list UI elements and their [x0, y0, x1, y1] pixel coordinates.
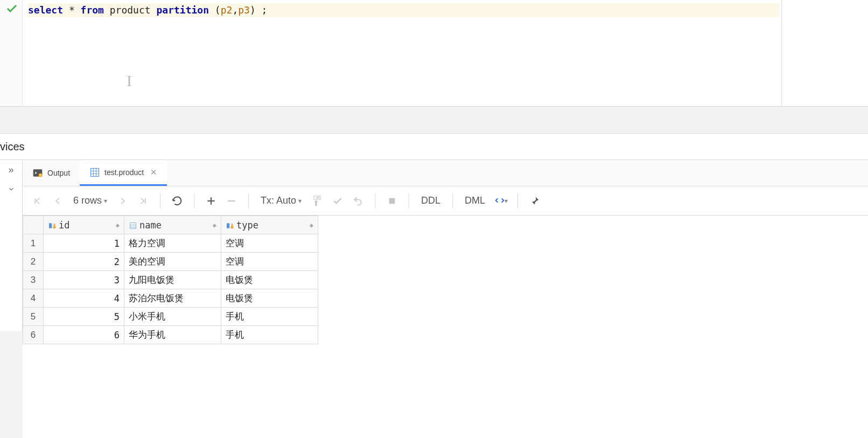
svg-rect-11	[130, 223, 136, 228]
primary-key-icon	[48, 220, 57, 231]
result-grid[interactable]: id ◆ name ◆	[23, 215, 318, 344]
close-icon[interactable]: ✕	[150, 168, 157, 177]
cell-id[interactable]: 2	[44, 253, 124, 271]
column-label: id	[59, 220, 69, 231]
svg-point-15	[230, 226, 233, 228]
table-icon	[89, 167, 100, 178]
svg-rect-2	[91, 168, 99, 176]
expand-right-icon[interactable]: »	[0, 160, 22, 180]
result-tabs: Output test.product ✕	[23, 159, 868, 186]
svg-rect-8	[49, 223, 52, 228]
pin-icon[interactable]	[526, 192, 544, 210]
text-caret-icon: I	[127, 73, 128, 91]
commit-icon[interactable]	[328, 192, 347, 210]
cell-id[interactable]: 1	[44, 234, 124, 253]
sort-icon: ◆	[213, 221, 216, 229]
tx-mode-label: Tx: Auto	[261, 195, 296, 206]
separator	[517, 193, 518, 208]
row-number: 5	[23, 308, 44, 326]
result-toolbar: 6 rows ▾ Tx: Auto ▾ DB⬆ DDL DML ▾	[23, 186, 868, 215]
separator	[194, 193, 194, 208]
tab-result[interactable]: test.product ✕	[80, 160, 167, 186]
column-icon	[129, 220, 137, 231]
stop-icon[interactable]	[383, 192, 401, 210]
cell-type[interactable]: 电饭煲	[221, 271, 318, 289]
tab-output-label: Output	[47, 169, 70, 177]
row-number: 4	[23, 289, 44, 308]
cell-type[interactable]: 空调	[221, 234, 318, 253]
splitter-bar[interactable]	[0, 107, 868, 134]
cell-type[interactable]: 手机	[221, 308, 318, 326]
sql-statement[interactable]: select * from product partition (p2,p3) …	[28, 3, 779, 17]
prev-page-icon[interactable]	[48, 192, 67, 210]
table-row[interactable]: 11格力空调空调	[23, 234, 318, 253]
cell-name[interactable]: 格力空调	[124, 234, 221, 253]
cell-id[interactable]: 3	[44, 271, 124, 289]
next-page-icon[interactable]	[114, 192, 132, 210]
cell-type[interactable]: 电饭煲	[221, 289, 318, 308]
add-row-icon[interactable]	[202, 192, 220, 210]
cell-id[interactable]: 6	[44, 326, 124, 344]
dml-button[interactable]: DML	[460, 195, 489, 206]
db-submit-icon[interactable]: DB⬆	[308, 192, 326, 210]
rows-count-label: 6 rows	[73, 195, 102, 206]
cell-id[interactable]: 5	[44, 308, 124, 326]
svg-rect-16	[232, 224, 233, 226]
cell-name[interactable]: 苏泊尔电饭煲	[124, 289, 221, 308]
column-label: name	[139, 220, 162, 231]
gutter-fill	[0, 331, 23, 438]
svg-point-9	[53, 226, 55, 228]
table-row[interactable]: 55小米手机手机	[23, 308, 318, 326]
column-label: type	[236, 220, 258, 231]
first-page-icon[interactable]	[28, 192, 46, 210]
separator	[160, 193, 160, 208]
chevron-down-icon: ▾	[505, 197, 508, 205]
last-page-icon[interactable]	[134, 192, 152, 210]
rownum-header	[23, 216, 44, 234]
table-row[interactable]: 33九阳电饭煲电饭煲	[23, 271, 318, 289]
sort-icon: ◆	[116, 221, 120, 229]
cell-name[interactable]: 小米手机	[124, 308, 221, 326]
tab-output[interactable]: Output	[23, 160, 80, 186]
sort-icon: ◆	[310, 221, 313, 229]
cell-type[interactable]: 手机	[221, 326, 318, 344]
column-header-type[interactable]: type ◆	[221, 216, 318, 234]
header-row: id ◆ name ◆	[23, 216, 318, 234]
chevron-down-icon: ▾	[298, 197, 302, 205]
separator	[375, 193, 375, 208]
console-icon	[32, 168, 43, 178]
collapse-down-icon[interactable]	[0, 180, 22, 200]
editor-right-border	[781, 0, 782, 107]
table-row[interactable]: 44苏泊尔电饭煲电饭煲	[23, 289, 318, 308]
status-ok-icon	[5, 2, 18, 15]
reload-icon[interactable]	[168, 192, 186, 210]
remove-row-icon[interactable]	[222, 192, 241, 210]
sql-editor[interactable]: select * from product partition (p2,p3) …	[0, 0, 868, 107]
separator	[452, 193, 453, 208]
row-number: 6	[23, 326, 44, 344]
svg-rect-7	[389, 198, 395, 204]
row-number: 2	[23, 253, 44, 271]
cell-name[interactable]: 美的空调	[124, 253, 221, 271]
chevron-down-icon: ▾	[104, 197, 107, 205]
primary-key-icon	[226, 220, 234, 231]
row-number: 1	[23, 234, 44, 253]
svg-rect-14	[227, 223, 229, 228]
cell-name[interactable]: 华为手机	[124, 326, 221, 344]
row-number: 3	[23, 271, 44, 289]
tx-mode-dropdown[interactable]: Tx: Auto ▾	[256, 195, 306, 206]
cell-id[interactable]: 4	[44, 289, 124, 308]
table-row[interactable]: 66华为手机手机	[23, 326, 318, 344]
ddl-button[interactable]: DDL	[417, 195, 445, 206]
compare-icon[interactable]: ▾	[492, 192, 510, 210]
column-header-name[interactable]: name ◆	[124, 216, 221, 234]
column-header-id[interactable]: id ◆	[44, 216, 124, 234]
cell-type[interactable]: 空调	[221, 253, 318, 271]
rollback-icon[interactable]	[349, 192, 367, 210]
separator	[248, 193, 249, 208]
cell-name[interactable]: 九阳电饭煲	[124, 271, 221, 289]
table-row[interactable]: 22美的空调空调	[23, 253, 318, 271]
svg-rect-10	[54, 224, 55, 226]
panel-title-fragment: vices	[0, 138, 25, 155]
rows-count-dropdown[interactable]: 6 rows ▾	[69, 195, 111, 206]
